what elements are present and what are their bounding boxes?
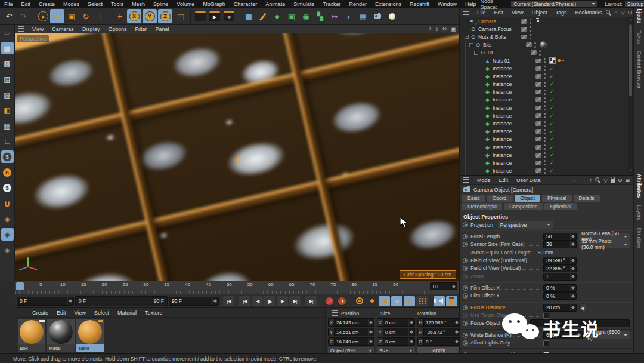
lock-x-axis-button[interactable]: X: [127, 9, 141, 23]
new-panel-icon[interactable]: ⊞: [625, 177, 630, 183]
previous-key-button[interactable]: |◀: [239, 296, 250, 306]
layer-chip-icon[interactable]: [535, 106, 541, 110]
projection-dropdown[interactable]: Perspective: [498, 221, 553, 229]
object-manager-menu-item[interactable]: View: [507, 10, 527, 16]
animation-dot[interactable]: [463, 285, 468, 291]
object-manager-scrollbar[interactable]: ∧ ∨: [628, 17, 633, 174]
menubar-item[interactable]: File: [0, 1, 17, 7]
animation-dot[interactable]: [463, 242, 468, 247]
camera-focus-handle[interactable]: [237, 158, 240, 161]
timeline-ruler[interactable]: 051015202530354045505560657075808590 0 F: [15, 281, 459, 294]
position-z-field[interactable]: Z16.249 cm: [328, 337, 374, 346]
move-tool[interactable]: +: [50, 9, 64, 23]
pan-view-icon[interactable]: +: [428, 26, 432, 32]
layer-chip-icon[interactable]: [535, 121, 541, 126]
layer-chip-icon[interactable]: [535, 82, 541, 87]
enabled-check-icon[interactable]: ✓: [549, 168, 554, 174]
focus-object-field[interactable]: [530, 319, 630, 327]
material-menu-item[interactable]: Texture: [141, 310, 167, 316]
home-icon[interactable]: ⌂: [614, 10, 617, 16]
add-deformer-button[interactable]: ●: [270, 9, 284, 23]
visibility-dots[interactable]: [530, 34, 532, 39]
material-menu-item[interactable]: View: [70, 310, 90, 316]
next-frame-button[interactable]: ▶: [277, 296, 288, 306]
scroll-up-icon[interactable]: ∧: [628, 17, 633, 23]
object-row-instance[interactable]: ◆ Instance ✓: [460, 167, 633, 175]
enabled-check-icon[interactable]: ✓: [549, 105, 554, 111]
object-row-nuts-bolts[interactable]: − ⊙ Nuts & Bolts: [460, 33, 633, 41]
filter-icon[interactable]: ▽: [603, 177, 608, 183]
add-primitive-button[interactable]: ◼: [242, 9, 256, 23]
animation-dot[interactable]: [463, 333, 468, 338]
lock-z-axis-button[interactable]: Z: [158, 9, 172, 23]
attribute-menu-icon[interactable]: [463, 177, 469, 183]
rotate-view-icon[interactable]: ↻: [442, 26, 447, 32]
material-tag-icon[interactable]: [540, 41, 547, 48]
menubar-item[interactable]: Animate: [261, 1, 289, 7]
object-row-instance[interactable]: ◆ Instance ✓: [460, 128, 633, 136]
attribute-menu-item[interactable]: User Data: [512, 177, 545, 183]
object-row-instance[interactable]: ◆ Instance ✓: [460, 88, 633, 96]
menubar-item[interactable]: Render: [345, 1, 371, 7]
white-balance-field[interactable]: 6500: [543, 331, 583, 339]
add-light-button[interactable]: [385, 9, 399, 23]
menubar-item[interactable]: Tools: [107, 1, 128, 7]
visibility-dots[interactable]: [544, 137, 546, 142]
menubar-item[interactable]: Mesh: [128, 1, 149, 7]
enable-axis-button[interactable]: ∟: [1, 135, 14, 147]
animation-dot[interactable]: [463, 321, 468, 326]
autokey-button[interactable]: ◑: [336, 296, 348, 306]
object-row-instance[interactable]: ◆ Instance ✓: [460, 151, 633, 159]
menubar-item[interactable]: Tracker: [318, 1, 345, 7]
material-table[interactable]: Table: [76, 319, 104, 352]
play-button[interactable]: ▶: [264, 296, 275, 306]
scrollbar-thumb[interactable]: [629, 24, 632, 96]
visibility-dots[interactable]: [544, 144, 546, 150]
tab-structure[interactable]: Structure: [634, 224, 642, 252]
pick-focus-icon[interactable]: [579, 303, 588, 312]
material-menu-item[interactable]: Edit: [52, 310, 70, 316]
visibility-dots[interactable]: [544, 97, 546, 103]
menubar-item[interactable]: Modes: [59, 1, 83, 7]
edit-render-settings-button[interactable]: ∗: [222, 9, 236, 23]
object-row-bits[interactable]: − ⊙ Bits: [460, 41, 633, 49]
menubar-item[interactable]: Volume: [172, 1, 199, 7]
render-view-button[interactable]: [193, 9, 208, 23]
key-scale-button[interactable]: ○: [391, 296, 402, 306]
size-z-field[interactable]: Z0 cm: [377, 337, 415, 346]
layer-chip-icon[interactable]: [526, 42, 532, 47]
sensor-size-field[interactable]: 36: [543, 241, 577, 248]
focus-distance-field[interactable]: 20 cm: [543, 304, 577, 312]
sound-button[interactable]: [434, 296, 445, 306]
object-row-nuts01[interactable]: ▲ Nuts 01: [460, 57, 633, 64]
layer-chip-icon[interactable]: [535, 161, 541, 165]
animation-dot[interactable]: [463, 266, 468, 271]
layer-chip-icon[interactable]: [535, 113, 541, 118]
timeline-track[interactable]: 051015202530354045505560657075808590: [15, 281, 428, 294]
simulation-button[interactable]: ◗: [342, 9, 356, 23]
animation-dot[interactable]: [463, 222, 468, 227]
material-menu-item[interactable]: Create: [28, 310, 52, 316]
edges-mode-button[interactable]: ◧: [1, 104, 14, 116]
visibility-dots[interactable]: [544, 113, 546, 118]
tab-spherical[interactable]: Spherical: [544, 203, 576, 210]
minimum-mode-button[interactable]: [446, 296, 457, 306]
attribute-menu-item[interactable]: Mode: [473, 177, 495, 183]
sensor-preset-dropdown[interactable]: 35 mm Photo (36.0 mm): [579, 241, 630, 248]
goto-start-button[interactable]: |◀: [223, 296, 234, 306]
search-icon[interactable]: [595, 177, 600, 183]
tab-basic[interactable]: Basic: [462, 195, 485, 202]
selection-tag-icon[interactable]: [562, 60, 564, 62]
next-key-button[interactable]: ▶|: [289, 296, 301, 306]
workplane-lock-button[interactable]: ◈: [1, 228, 14, 241]
tab-details[interactable]: Details: [574, 195, 600, 202]
object-row-instance[interactable]: ◆ Instance ✓: [460, 112, 633, 119]
enabled-check-icon[interactable]: ✓: [549, 97, 554, 103]
object-row-instance[interactable]: ◆ Instance ✓: [460, 96, 633, 104]
rotation-h-field[interactable]: H125.589 °: [417, 318, 460, 327]
tab-composition[interactable]: Composition: [504, 203, 543, 210]
menubar-item[interactable]: MoGraph: [199, 1, 230, 7]
node-space-dropdown[interactable]: Current (Standard/Physical): [511, 1, 597, 7]
animation-dot[interactable]: [463, 234, 468, 239]
object-row-instance[interactable]: ◆ Instance ✓: [460, 143, 633, 151]
